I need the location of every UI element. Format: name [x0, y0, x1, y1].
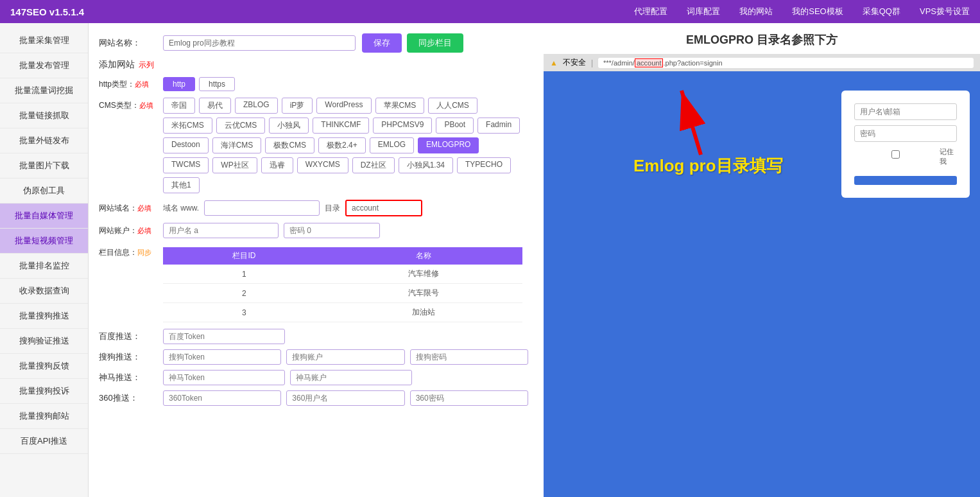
- save-button[interactable]: 保存: [362, 33, 402, 53]
- sidebar-item-sogou-complaint[interactable]: 批量搜狗投诉: [0, 379, 88, 404]
- site-name-input[interactable]: [163, 35, 356, 51]
- cms-btn-PHPCMSV9[interactable]: PHPCMSV9: [373, 118, 432, 134]
- sidebar-item-links[interactable]: 批量链接抓取: [0, 103, 88, 128]
- cms-btn-TWCMS[interactable]: TWCMS: [163, 157, 209, 173]
- sidebar-item-batch-publish[interactable]: 批量发布管理: [0, 53, 88, 78]
- cms-btn-WordPress[interactable]: WordPress: [316, 98, 371, 114]
- cms-btn-极数CMS[interactable]: 极数CMS: [265, 137, 314, 153]
- cms-btn-苹果CMS[interactable]: 苹果CMS: [375, 98, 425, 114]
- shenma-account-input[interactable]: [290, 370, 412, 385]
- username-input[interactable]: [163, 223, 279, 238]
- http-btn[interactable]: http: [163, 77, 195, 91]
- right-panel: EMLOGPRO 目录名参照下方 ▲ 不安全 | ***/admin/accou…: [544, 23, 980, 497]
- password-input[interactable]: [284, 223, 380, 238]
- login-card: 记住我: [841, 91, 970, 198]
- cms-label: CMS类型：必填: [99, 98, 163, 111]
- column-label: 栏目信息：同步: [99, 245, 163, 258]
- nav-seotemplate[interactable]: 我的SEO模板: [792, 6, 843, 17]
- nav-wordlib[interactable]: 词库配置: [687, 6, 720, 17]
- account-row: 网站账户：必填: [99, 223, 533, 238]
- login-password-input[interactable]: [854, 125, 957, 142]
- table-row: 2汽车限号: [163, 284, 522, 303]
- baidu-push-label: 百度推送：: [99, 331, 163, 342]
- cms-btn-米拓CMS[interactable]: 米拓CMS: [163, 118, 212, 134]
- baidu-token-input[interactable]: [163, 329, 285, 344]
- login-button[interactable]: [854, 176, 957, 185]
- sidebar-item-sogou-mail[interactable]: 批量搜狗邮站: [0, 404, 88, 429]
- sidebar-item-sogou-feedback[interactable]: 批量搜狗反馈: [0, 354, 88, 379]
- top-nav: 147SEO v1.5.1.4 代理配置 词库配置 我的网站 我的SEO模板 采…: [0, 0, 980, 23]
- sidebar-item-ranking[interactable]: 批量排名监控: [0, 254, 88, 279]
- cms-btn-WXYCMS[interactable]: WXYCMS: [297, 157, 348, 173]
- shenma-token-input[interactable]: [163, 370, 285, 385]
- cms-btn-TYPECHO[interactable]: TYPECHO: [457, 157, 511, 173]
- cms-btn-小独风[interactable]: 小独风: [269, 118, 309, 134]
- cms-btn-易代[interactable]: 易代: [199, 98, 231, 114]
- site-name-label: 网站名称：: [99, 37, 163, 49]
- site-name-row: 网站名称： 保存 同步栏目: [99, 33, 533, 53]
- cms-btn-极数2.4+[interactable]: 极数2.4+: [318, 137, 366, 153]
- sidebar-item-batch-collect[interactable]: 批量采集管理: [0, 28, 88, 53]
- sidebar-item-media[interactable]: 批量自媒体管理: [0, 204, 88, 229]
- col-name: 汽车限号: [325, 284, 522, 303]
- nav-mysite[interactable]: 我的网站: [739, 6, 773, 17]
- cms-btn-迅睿[interactable]: 迅睿: [261, 157, 293, 173]
- url-prefix: 不安全: [563, 57, 586, 68]
- sidebar-item-pseudo[interactable]: 伪原创工具: [0, 179, 88, 204]
- sidebar-item-index[interactable]: 收录数据查询: [0, 279, 88, 304]
- sogou-account-input[interactable]: [286, 349, 404, 365]
- sidebar-item-images[interactable]: 批量图片下载: [0, 153, 88, 179]
- sidebar-item-traffic[interactable]: 批量流量词挖掘: [0, 78, 88, 103]
- domain-input[interactable]: [204, 200, 320, 216]
- sogou-token-input[interactable]: [163, 349, 281, 365]
- warning-icon: ▲: [550, 58, 558, 67]
- https-btn[interactable]: https: [199, 77, 235, 91]
- sogou-pwd-input[interactable]: [410, 349, 528, 365]
- cms-btn-WP社区[interactable]: WP社区: [212, 157, 257, 173]
- nav-vpsdial[interactable]: VPS拨号设置: [920, 6, 970, 17]
- remember-checkbox[interactable]: [854, 150, 937, 159]
- sidebar-item-baidu-api[interactable]: 百度API推送: [0, 429, 88, 454]
- add-site-warning: 示列: [139, 60, 154, 71]
- add-site-title: 添加网站 示列: [99, 59, 533, 71]
- sync-button[interactable]: 同步栏目: [407, 33, 463, 53]
- col-header-id: 栏目ID: [163, 247, 325, 265]
- cms-btn-其他1[interactable]: 其他1: [163, 177, 200, 193]
- cms-btn-DZ社区[interactable]: DZ社区: [352, 157, 395, 173]
- dir-label: 目录: [325, 203, 340, 214]
- cms-btn-Destoon[interactable]: Destoon: [163, 137, 209, 153]
- cms-btn-iP萝[interactable]: iP萝: [282, 98, 313, 114]
- cms-btn-云优CMS[interactable]: 云优CMS: [216, 118, 266, 134]
- domain-row: 网站域名：必填 域名 www. 目录: [99, 200, 533, 216]
- dir-input[interactable]: [345, 200, 422, 216]
- cms-btn-人人CMS[interactable]: 人人CMS: [428, 98, 477, 114]
- nav-qqgroup[interactable]: 采集QQ群: [863, 6, 900, 17]
- threesixty-account-input[interactable]: [286, 390, 404, 406]
- http-btn-group: http https: [163, 77, 235, 91]
- cms-btn-Fadmin[interactable]: Fadmin: [477, 118, 520, 134]
- shenma-push-label: 神马推送：: [99, 372, 163, 383]
- cms-btn-THINKCMF[interactable]: THINKCMF: [313, 118, 369, 134]
- domain-prefix: 域名 www.: [163, 203, 199, 214]
- cms-btn-海洋CMS[interactable]: 海洋CMS: [212, 137, 262, 153]
- sidebar-item-outlinks[interactable]: 批量外链发布: [0, 128, 88, 153]
- threesixty-pwd-input[interactable]: [410, 390, 528, 406]
- threesixty-push-label: 360推送：: [99, 392, 163, 404]
- sidebar-item-sogou-push[interactable]: 批量搜狗推送: [0, 304, 88, 329]
- login-username-input[interactable]: [854, 103, 957, 120]
- url-suffix: .php?action=signin: [663, 59, 722, 67]
- cms-btn-PBoot[interactable]: PBoot: [436, 118, 474, 134]
- sidebar-item-shortvideo[interactable]: 批量短视频管理: [0, 229, 88, 254]
- sidebar-item-sogou-verify[interactable]: 搜狗验证推送: [0, 329, 88, 354]
- cms-btn-EMLOGPRO[interactable]: EMLOGPRO: [418, 137, 479, 153]
- shenma-push-row: 神马推送：: [99, 370, 533, 385]
- cms-btn-小独风1.34[interactable]: 小独风1.34: [399, 157, 453, 173]
- cms-btn-帝国[interactable]: 帝国: [163, 98, 195, 114]
- column-row: 栏目信息：同步 栏目ID 名称 1汽车维修2汽车限号3加油站: [99, 245, 533, 322]
- content-area: 网站名称： 保存 同步栏目 添加网站 示列 http类型：必填 http htt…: [89, 23, 544, 497]
- threesixty-token-input[interactable]: [163, 390, 281, 406]
- nav-proxy[interactable]: 代理配置: [634, 6, 667, 17]
- remember-label: 记住我: [940, 147, 957, 166]
- cms-btn-ZBLOG[interactable]: ZBLOG: [235, 98, 278, 114]
- cms-btn-EMLOG[interactable]: EMLOG: [370, 137, 414, 153]
